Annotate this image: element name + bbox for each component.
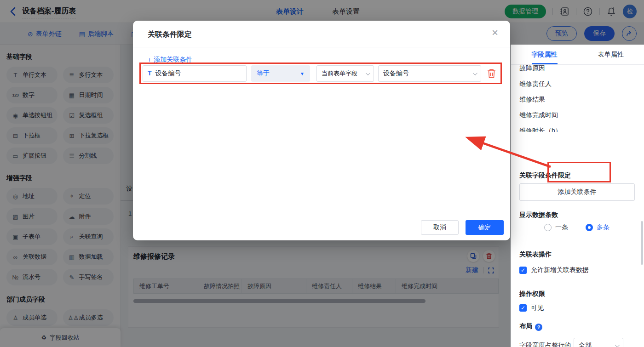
linked-field-list: 故障原因 维修责任人 维修结果 维修完成时间 维修时长（h） — [519, 65, 636, 132]
tab-field-properties[interactable]: 字段属性 — [511, 45, 578, 64]
radio-single[interactable]: 一条 — [544, 223, 568, 232]
list-item[interactable]: 维修结果 — [519, 91, 636, 107]
delete-condition-icon[interactable] — [487, 68, 496, 79]
display-count-radios: 一条 多条 — [544, 223, 610, 232]
layout-help-icon[interactable]: ? — [535, 324, 542, 331]
field-width-label: 字段宽度占整行的 — [519, 341, 571, 347]
radio-multiple[interactable]: 多条 — [586, 223, 610, 232]
list-item[interactable]: 故障原因 — [519, 65, 636, 76]
list-item[interactable]: 维修责任人 — [519, 76, 636, 91]
panel-tabs: 字段属性 表单属性 — [511, 45, 644, 65]
panel-scrollbar-thumb[interactable] — [641, 221, 643, 265]
field-width-select[interactable]: 全部 — [574, 338, 623, 347]
list-item[interactable]: 维修完成时间 — [519, 107, 636, 123]
display-count-title: 显示数据条数 — [519, 211, 558, 219]
panel-body: 故障原因 维修责任人 维修结果 维修完成时间 维修时长（h） 关联字段条件限定 … — [511, 65, 644, 347]
checkbox-checked-icon — [519, 304, 527, 312]
condition-field-value: 设备编号 — [155, 69, 181, 78]
plus-icon: + — [148, 56, 151, 63]
chevron-down-icon — [615, 343, 620, 347]
layout-title: 布局? — [519, 322, 542, 331]
text-field-icon: T — [148, 70, 152, 77]
properties-panel: 字段属性 表单属性 故障原因 维修责任人 维修结果 维修完成时间 维修时长（h）… — [511, 45, 644, 347]
radio-circle-selected — [586, 224, 593, 231]
source-select[interactable]: 当前表单字段 — [316, 65, 374, 82]
chevron-down-icon — [473, 71, 477, 75]
close-icon[interactable]: × — [492, 27, 498, 38]
list-item[interactable]: 维修时长（h） — [519, 123, 636, 132]
field-width-row: 字段宽度占整行的 全部 — [519, 338, 623, 347]
table-ops-title: 关联表操作 — [519, 250, 552, 259]
assoc-condition-title: 关联字段条件限定 — [519, 171, 571, 180]
add-condition-link[interactable]: + 添加关联条件 — [148, 56, 192, 64]
form-designer-app: 设备档案-履历表 表单设计 表单设置 数据管理 检 ⊘表单外链 ▤后端脚本 ◫数… — [0, 0, 644, 347]
allow-add-checkbox-row[interactable]: 允许新增关联表数据 — [519, 266, 589, 274]
tab-form-properties[interactable]: 表单属性 — [578, 45, 644, 64]
visible-checkbox-row[interactable]: 可见 — [519, 304, 544, 312]
confirm-button[interactable]: 确定 — [466, 220, 504, 235]
modal-title: 关联条件限定 — [148, 30, 192, 40]
value-select[interactable]: 设备编号 — [378, 65, 481, 82]
active-tab-underline — [532, 63, 558, 64]
radio-circle — [544, 224, 552, 231]
chevron-down-icon — [366, 71, 370, 75]
permission-title: 操作权限 — [519, 290, 545, 298]
operator-select[interactable]: 等于 ▼ — [251, 65, 310, 82]
condition-limit-modal: 关联条件限定 × + 添加关联条件 T 设备编号 等于 ▼ 当前表单字段 设备编… — [133, 21, 510, 240]
caret-down-icon: ▼ — [300, 71, 305, 76]
condition-field-input[interactable]: T 设备编号 — [143, 65, 247, 82]
checkbox-checked-icon — [519, 267, 527, 274]
add-condition-button[interactable]: 添加关联条件 — [519, 183, 635, 201]
modal-header: 关联条件限定 × — [133, 21, 510, 47]
cancel-button[interactable]: 取消 — [421, 220, 459, 235]
